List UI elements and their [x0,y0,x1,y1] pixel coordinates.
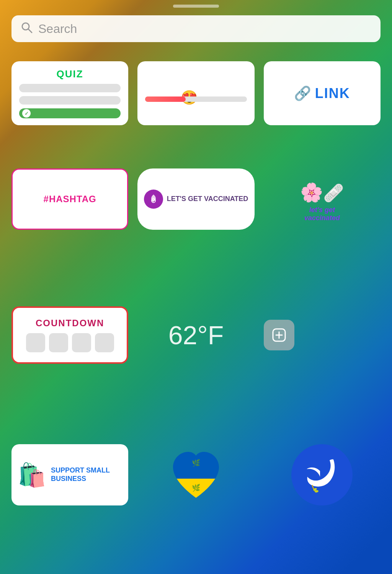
countdown-title: COUNTDOWN [36,318,104,329]
search-bar[interactable]: Search [11,15,381,42]
peace-dove-sticker[interactable] [264,444,381,505]
weather-sticker[interactable]: 62°F [137,306,254,364]
sticker-row-1: QUIZ ✓ 😍 🔗 LINK [11,61,381,125]
link-sticker[interactable]: 🔗 LINK [264,61,381,125]
sticker-row-4: 🛍️ SUPPORT SMALL BUSINESS 🌿 🌿 [11,444,381,505]
emoji-slider-sticker[interactable]: 😍 [137,61,254,125]
countdown-sticker[interactable]: COUNTDOWN [11,306,128,364]
quiz-title: QUIZ [57,68,83,80]
countdown-boxes [21,333,119,352]
link-label: LINK [315,85,350,101]
vaccinated-icon [144,190,163,209]
weather-label: 62°F [168,320,224,350]
ukraine-heart-sticker[interactable]: 🌿 🌿 [137,444,254,505]
countdown-box-2 [49,333,68,352]
hashtag-sticker[interactable]: #HASHTAG [11,168,128,230]
drag-handle[interactable] [173,5,219,8]
vaccine-decorative-sticker[interactable]: 🌸🩹 let's getvaccinated [264,168,381,230]
svg-text:🌿: 🌿 [192,484,201,492]
shopping-bag-icon: 🛍️ [18,461,46,489]
svg-text:🌿: 🌿 [192,459,201,467]
hashtag-label: #HASHTAG [44,194,96,204]
svg-rect-6 [165,479,227,505]
support-label: SUPPORT SMALL BUSINESS [51,466,122,483]
vaccine-emoji: 🌸🩹 [300,176,344,203]
quiz-check-bar: ✓ [19,108,121,118]
search-icon [21,21,33,36]
search-placeholder-text: Search [38,22,77,36]
countdown-box-3 [72,333,91,352]
check-circle: ✓ [22,109,31,118]
vaccine-caption: let's getvaccinated [304,206,340,222]
quiz-line-2 [19,96,121,105]
vaccinated-sticker[interactable]: LET'S GET VACCINATED [137,168,254,230]
support-small-business-sticker[interactable]: 🛍️ SUPPORT SMALL BUSINESS [11,444,128,505]
slider-track [145,96,247,102]
slider-fill [145,96,186,102]
countdown-box-4 [95,333,114,352]
quiz-sticker[interactable]: QUIZ ✓ [11,61,128,125]
svg-line-1 [28,29,32,33]
sticker-row-3: COUNTDOWN 62°F [11,306,381,364]
quiz-line-1 [19,84,121,92]
sticker-row-2: #HASHTAG LET'S GET VACCINATED 🌸🩹 let's g… [11,168,381,230]
vaccinated-label: LET'S GET VACCINATED [167,195,248,203]
link-chain-icon: 🔗 [294,85,311,101]
camera-add-button[interactable] [264,320,294,350]
check-mark-icon: ✓ [24,111,29,116]
countdown-box-1 [26,333,45,352]
